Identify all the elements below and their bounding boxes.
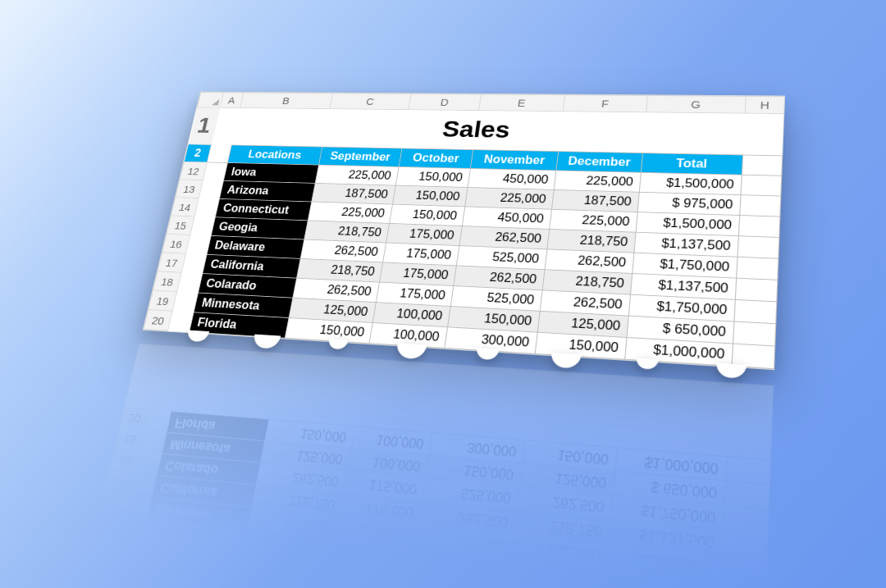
- cell-december[interactable]: 225,000: [554, 171, 641, 192]
- select-all-corner[interactable]: [197, 92, 223, 107]
- cell-location[interactable]: Minnesota: [162, 432, 265, 463]
- cell-october[interactable]: 175,000: [336, 516, 419, 548]
- cell-november[interactable]: 450,000: [468, 168, 556, 189]
- cell-november[interactable]: 450,000: [462, 207, 551, 230]
- perspective-stage: A B C D E F G H 1 Sales: [97, 91, 785, 588]
- row-header[interactable]: 16: [99, 492, 130, 517]
- cell-october[interactable]: 150,000: [390, 204, 465, 226]
- col-header-H[interactable]: H: [745, 96, 784, 113]
- header-november[interactable]: November: [470, 149, 558, 170]
- col-header-B[interactable]: B: [240, 93, 333, 109]
- col-header-E[interactable]: E: [479, 94, 565, 112]
- cell-location[interactable]: Arizona: [220, 180, 316, 202]
- reflection: 16 Delaware 262,500 175,000 525,000 262,…: [98, 344, 774, 587]
- cell-october[interactable]: 150,000: [393, 185, 468, 207]
- cell-october[interactable]: 150,000: [395, 166, 470, 187]
- col-header-F[interactable]: F: [563, 95, 647, 112]
- cell-september[interactable]: 225,000: [315, 165, 399, 185]
- row-header[interactable]: 20: [120, 408, 149, 431]
- cell-total[interactable]: $1,750,000: [611, 495, 724, 530]
- cell-total[interactable]: $ 975,000: [637, 192, 741, 215]
- spreadsheet-fragment: A B C D E F G H 1 Sales: [143, 91, 786, 370]
- header-locations[interactable]: Locations: [227, 145, 322, 165]
- cell-december[interactable]: 187,500: [551, 189, 639, 212]
- header-total[interactable]: Total: [641, 153, 742, 175]
- cell-december[interactable]: 225,000: [550, 209, 638, 232]
- cell-september[interactable]: 187,500: [312, 183, 396, 204]
- cell-november[interactable]: 300,000: [445, 327, 537, 354]
- col-header-D[interactable]: D: [409, 93, 482, 110]
- col-header-G[interactable]: G: [646, 95, 747, 113]
- cell-november[interactable]: 225,000: [465, 187, 554, 209]
- cell-november[interactable]: 300,000: [429, 432, 525, 463]
- spreadsheet-table: A B C D E F G H 1 Sales: [144, 92, 785, 369]
- cell-location[interactable]: Iowa: [224, 162, 319, 183]
- col-header-C[interactable]: C: [330, 93, 411, 110]
- cell-november[interactable]: 262,500: [419, 501, 517, 534]
- cell-september[interactable]: 225,000: [308, 202, 392, 223]
- row-header[interactable]: 17: [104, 471, 135, 495]
- cell-october[interactable]: 175,000: [386, 223, 463, 245]
- cell-total[interactable]: $1,750,000: [607, 544, 722, 581]
- header-september[interactable]: September: [319, 147, 402, 166]
- cell-total[interactable]: $1,500,000: [639, 172, 742, 194]
- header-december[interactable]: December: [556, 151, 642, 172]
- header-october[interactable]: October: [399, 148, 473, 168]
- background: A B C D E F G H 1 Sales: [0, 0, 886, 588]
